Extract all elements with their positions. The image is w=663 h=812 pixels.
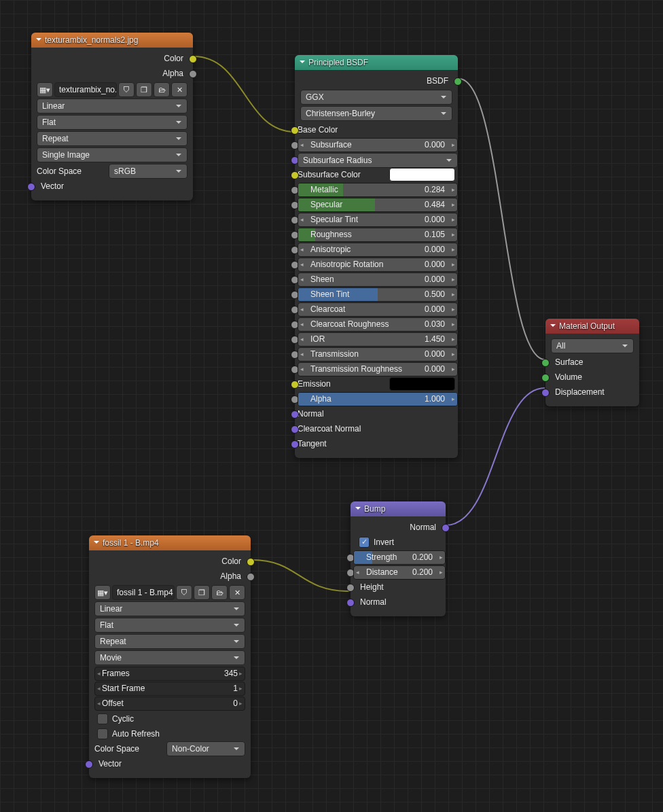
- input-socket-subsurface-color[interactable]: Subsurface Color: [295, 167, 458, 182]
- source-select[interactable]: Movie: [94, 650, 245, 665]
- interpolation-select[interactable]: Linear: [37, 99, 187, 113]
- cyclic-checkbox[interactable]: Cyclic: [94, 711, 245, 726]
- socket-control[interactable]: Clearcoat0.000: [298, 302, 458, 317]
- input-socket-transmission-roughness[interactable]: Transmission Roughness0.000: [295, 361, 458, 376]
- image-selector[interactable]: ▦▾ texturambix_no.. ⛉ ❐ 🗁 ✕: [37, 82, 187, 97]
- socket-control[interactable]: Transmission0.000: [298, 347, 458, 361]
- input-socket-surface[interactable]: Surface: [545, 355, 639, 370]
- node-header[interactable]: Principled BSDF: [295, 55, 458, 70]
- projection-select[interactable]: Flat: [37, 115, 187, 130]
- input-socket-base-color[interactable]: Base Color: [295, 122, 458, 137]
- image-texture-node-2[interactable]: fossil 1 - B.mp4 Color Alpha ▦▾ fossil 1…: [89, 535, 251, 778]
- input-socket-specular-tint[interactable]: Specular Tint0.000: [295, 212, 458, 227]
- extension-select[interactable]: Repeat: [94, 634, 245, 649]
- socket-control[interactable]: Anisotropic Rotation0.000: [298, 258, 458, 272]
- input-socket-anisotropic[interactable]: Anisotropic0.000: [295, 242, 458, 257]
- socket-control[interactable]: Anisotropic0.000: [298, 243, 458, 257]
- unlink-icon[interactable]: ✕: [229, 585, 245, 600]
- source-select[interactable]: Single Image: [37, 147, 187, 162]
- input-socket-normal[interactable]: Normal: [295, 406, 458, 421]
- input-socket-ior[interactable]: IOR1.450: [295, 332, 458, 347]
- input-socket-subsurface[interactable]: Subsurface0.000: [295, 137, 458, 152]
- output-socket-color[interactable]: Color: [89, 554, 251, 569]
- input-socket-volume[interactable]: Volume: [545, 370, 639, 385]
- socket-control[interactable]: Transmission Roughness0.000: [298, 362, 458, 376]
- input-socket-sheen[interactable]: Sheen0.000: [295, 272, 458, 287]
- socket-control[interactable]: Alpha1.000: [298, 392, 458, 406]
- socket-control[interactable]: Base Color: [295, 122, 340, 137]
- offset-field[interactable]: Offset0: [94, 696, 245, 711]
- color-space-select[interactable]: Non-Color: [166, 741, 245, 756]
- socket-control[interactable]: Normal: [295, 406, 327, 421]
- socket-control[interactable]: Metallic0.284: [298, 183, 458, 197]
- unlink-icon[interactable]: ✕: [171, 82, 187, 97]
- socket-control[interactable]: Tangent: [295, 436, 329, 451]
- fake-user-icon[interactable]: ⛉: [176, 585, 192, 600]
- projection-select[interactable]: Flat: [94, 618, 245, 633]
- input-socket-emission[interactable]: Emission: [295, 376, 458, 391]
- input-socket-displacement[interactable]: Displacement: [545, 385, 639, 400]
- input-socket-vector[interactable]: Vector: [89, 756, 251, 771]
- output-socket-bsdf[interactable]: BSDF: [295, 73, 458, 88]
- input-socket-anisotropic-rotation[interactable]: Anisotropic Rotation0.000: [295, 257, 458, 272]
- input-socket-clearcoat-normal[interactable]: Clearcoat Normal: [295, 421, 458, 436]
- socket-control[interactable]: Subsurface Color: [295, 167, 458, 182]
- input-socket-clearcoat-roughness[interactable]: Clearcoat Roughness0.030: [295, 317, 458, 332]
- socket-control[interactable]: Emission: [295, 376, 458, 391]
- input-socket-clearcoat[interactable]: Clearcoat0.000: [295, 302, 458, 317]
- socket-control[interactable]: Clearcoat Roughness0.030: [298, 317, 458, 332]
- input-socket-normal[interactable]: Normal: [351, 595, 446, 610]
- material-output-node[interactable]: Material Output All Surface Volume Displ…: [545, 319, 639, 406]
- input-socket-alpha[interactable]: Alpha1.000: [295, 391, 458, 406]
- output-socket-color[interactable]: Color: [31, 51, 193, 66]
- strength-slider[interactable]: Strength0.200: [353, 550, 446, 565]
- subsurface-method-select[interactable]: Christensen-Burley: [300, 106, 452, 121]
- image-selector[interactable]: ▦▾ fossil 1 - B.mp4 ⛉ ❐ 🗁 ✕: [94, 585, 245, 600]
- color-space-select[interactable]: sRGB: [109, 164, 187, 179]
- input-socket-tangent[interactable]: Tangent: [295, 436, 458, 451]
- open-file-icon[interactable]: 🗁: [154, 82, 170, 97]
- socket-control[interactable]: Roughness0.105: [298, 228, 458, 242]
- socket-control[interactable]: Clearcoat Normal: [295, 421, 363, 436]
- output-socket-alpha[interactable]: Alpha: [89, 569, 251, 584]
- socket-control[interactable]: Sheen0.000: [298, 272, 458, 287]
- input-socket-roughness[interactable]: Roughness0.105: [295, 227, 458, 242]
- input-socket-vector[interactable]: Vector: [31, 179, 193, 194]
- socket-control[interactable]: Specular0.484: [298, 198, 458, 212]
- distribution-select[interactable]: GGX: [300, 90, 452, 105]
- image-filename[interactable]: texturambix_no..: [54, 82, 117, 97]
- socket-control[interactable]: Subsurface Radius: [298, 153, 458, 168]
- start-frame-field[interactable]: Start Frame1: [94, 682, 245, 696]
- bump-node[interactable]: Bump Normal ✓Invert Strength0.200 Distan…: [351, 501, 446, 616]
- socket-control[interactable]: Sheen Tint0.500: [298, 287, 458, 302]
- socket-control[interactable]: IOR1.450: [298, 332, 458, 347]
- fake-user-icon[interactable]: ⛉: [118, 82, 135, 97]
- invert-checkbox[interactable]: ✓Invert: [356, 535, 440, 550]
- output-socket-normal[interactable]: Normal: [351, 520, 446, 535]
- image-texture-node-1[interactable]: texturambix_normals2.jpg Color Alpha ▦▾ …: [31, 33, 193, 200]
- input-socket-specular[interactable]: Specular0.484: [295, 197, 458, 212]
- duplicate-icon[interactable]: ❐: [194, 585, 210, 600]
- open-file-icon[interactable]: 🗁: [211, 585, 228, 600]
- input-socket-transmission[interactable]: Transmission0.000: [295, 347, 458, 361]
- node-header[interactable]: texturambix_normals2.jpg: [31, 33, 193, 48]
- input-socket-subsurface-radius[interactable]: Subsurface Radius: [295, 152, 458, 167]
- node-header[interactable]: fossil 1 - B.mp4: [89, 535, 251, 550]
- interpolation-select[interactable]: Linear: [94, 601, 245, 616]
- duplicate-icon[interactable]: ❐: [136, 82, 152, 97]
- node-header[interactable]: Bump: [351, 501, 446, 516]
- socket-control[interactable]: Specular Tint0.000: [298, 213, 458, 227]
- socket-control[interactable]: Subsurface0.000: [298, 138, 458, 152]
- frames-field[interactable]: Frames345: [94, 667, 245, 681]
- node-header[interactable]: Material Output: [545, 319, 639, 334]
- target-select[interactable]: All: [551, 338, 634, 353]
- auto-refresh-checkbox[interactable]: Auto Refresh: [94, 726, 245, 741]
- extension-select[interactable]: Repeat: [37, 131, 187, 146]
- output-socket-alpha[interactable]: Alpha: [31, 66, 193, 81]
- input-socket-height[interactable]: Height: [351, 580, 446, 595]
- input-socket-sheen-tint[interactable]: Sheen Tint0.500: [295, 287, 458, 302]
- distance-slider[interactable]: Distance0.200: [353, 565, 446, 580]
- image-icon[interactable]: ▦▾: [94, 585, 111, 600]
- principled-bsdf-node[interactable]: Principled BSDF BSDF GGX Christensen-Bur…: [295, 55, 458, 458]
- image-filename[interactable]: fossil 1 - B.mp4: [112, 585, 175, 600]
